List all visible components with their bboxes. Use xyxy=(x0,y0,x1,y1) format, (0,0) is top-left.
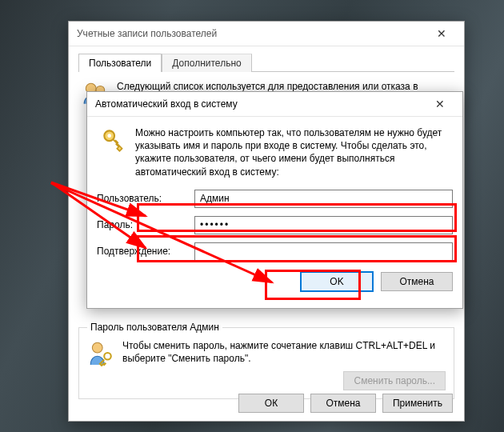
auto-logon-dialog: Автоматический вход в систему ✕ Можно на… xyxy=(86,91,463,309)
auto-logon-ok-button[interactable]: OK xyxy=(301,272,373,291)
auto-logon-desc: Можно настроить компьютер так, что польз… xyxy=(135,126,450,178)
confirm-label: Подтверждение: xyxy=(97,246,194,257)
tab-users[interactable]: Пользователи xyxy=(78,54,162,72)
auto-logon-close-icon[interactable]: ✕ xyxy=(424,93,456,115)
change-password-button: Сменить пароль... xyxy=(343,371,446,390)
auto-logon-cancel-button[interactable]: Отмена xyxy=(381,272,453,291)
tabs: Пользователи Дополнительно xyxy=(78,53,454,72)
auto-logon-title: Автоматический вход в систему xyxy=(95,98,424,110)
user-accounts-title: Учетные записи пользователей xyxy=(77,28,426,39)
svg-point-3 xyxy=(104,353,111,360)
password-input[interactable] xyxy=(194,216,453,234)
user-accounts-ok-button[interactable]: ОК xyxy=(238,394,304,413)
user-label: Пользователь: xyxy=(97,193,194,204)
user-input[interactable] xyxy=(194,190,453,208)
confirm-input[interactable] xyxy=(194,242,453,261)
user-accounts-cancel-button[interactable]: Отмена xyxy=(310,394,376,413)
tab-advanced[interactable]: Дополнительно xyxy=(162,54,251,72)
password-group-text: Чтобы сменить пароль, нажмите сочетание … xyxy=(122,339,446,365)
user-accounts-close-icon[interactable]: ✕ xyxy=(426,22,458,45)
password-group: Пароль пользователя Админ Чтобы сменить … xyxy=(78,322,454,399)
user-accounts-titlebar: Учетные записи пользователей ✕ xyxy=(69,22,464,46)
svg-point-5 xyxy=(107,134,111,138)
user-accounts-apply-button[interactable]: Применить xyxy=(382,394,453,413)
password-label: Пароль: xyxy=(97,219,194,230)
svg-point-2 xyxy=(92,342,102,353)
user-key-icon xyxy=(87,339,114,366)
keys-icon xyxy=(100,126,127,154)
password-group-title: Пароль пользователя Админ xyxy=(87,322,222,333)
auto-logon-titlebar: Автоматический вход в систему ✕ xyxy=(87,92,462,117)
